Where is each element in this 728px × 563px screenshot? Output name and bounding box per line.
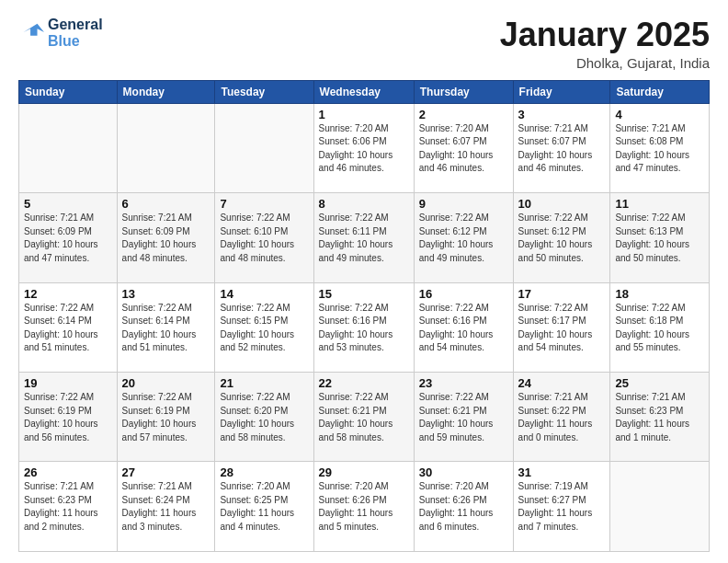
calendar-week-2: 12Sunrise: 7:22 AM Sunset: 6:14 PM Dayli… [19,282,710,372]
calendar-cell: 21Sunrise: 7:22 AM Sunset: 6:20 PM Dayli… [215,373,313,462]
calendar-week-0: 1Sunrise: 7:20 AM Sunset: 6:06 PM Daylig… [19,103,710,192]
calendar-table: Sunday Monday Tuesday Wednesday Thursday… [18,80,710,552]
day-info: Sunrise: 7:21 AM Sunset: 6:22 PM Dayligh… [518,391,606,444]
calendar-cell: 29Sunrise: 7:20 AM Sunset: 6:26 PM Dayli… [313,462,414,552]
day-number: 9 [419,197,508,211]
day-number: 18 [615,287,704,301]
header-monday: Monday [117,80,215,103]
calendar-cell: 15Sunrise: 7:22 AM Sunset: 6:16 PM Dayli… [313,282,414,372]
day-number: 27 [122,465,210,479]
logo-text: General Blue [48,17,103,50]
day-number: 28 [220,465,308,479]
day-info: Sunrise: 7:22 AM Sunset: 6:14 PM Dayligh… [122,302,210,355]
calendar-cell: 6Sunrise: 7:21 AM Sunset: 6:09 PM Daylig… [117,193,215,282]
calendar-cell: 30Sunrise: 7:20 AM Sunset: 6:26 PM Dayli… [414,462,513,552]
day-number: 25 [615,376,704,390]
calendar-cell: 12Sunrise: 7:22 AM Sunset: 6:14 PM Dayli… [19,282,118,372]
day-number: 3 [518,108,606,121]
day-number: 13 [122,287,210,301]
day-info: Sunrise: 7:22 AM Sunset: 6:14 PM Dayligh… [24,302,112,355]
day-info: Sunrise: 7:22 AM Sunset: 6:10 PM Dayligh… [220,212,308,265]
header-tuesday: Tuesday [215,80,313,103]
day-number: 26 [24,465,112,479]
day-info: Sunrise: 7:22 AM Sunset: 6:15 PM Dayligh… [220,302,308,355]
header-friday: Friday [513,80,610,103]
day-info: Sunrise: 7:22 AM Sunset: 6:16 PM Dayligh… [419,302,508,355]
day-info: Sunrise: 7:19 AM Sunset: 6:27 PM Dayligh… [518,480,606,534]
day-info: Sunrise: 7:22 AM Sunset: 6:16 PM Dayligh… [319,302,409,355]
day-info: Sunrise: 7:21 AM Sunset: 6:09 PM Dayligh… [122,212,210,265]
calendar-cell [19,103,118,192]
calendar-cell [610,462,710,552]
day-number: 15 [319,287,409,301]
calendar-cell: 10Sunrise: 7:22 AM Sunset: 6:12 PM Dayli… [513,193,610,282]
calendar-cell: 2Sunrise: 7:20 AM Sunset: 6:07 PM Daylig… [414,103,513,192]
day-number: 4 [615,108,704,121]
day-number: 5 [24,197,112,211]
day-info: Sunrise: 7:22 AM Sunset: 6:20 PM Dayligh… [220,391,308,444]
title-block: January 2025 Dholka, Gujarat, India [500,17,710,71]
day-number: 12 [24,287,112,301]
day-info: Sunrise: 7:20 AM Sunset: 6:06 PM Dayligh… [319,122,409,176]
calendar-cell: 9Sunrise: 7:22 AM Sunset: 6:12 PM Daylig… [414,193,513,282]
calendar-cell: 18Sunrise: 7:22 AM Sunset: 6:18 PM Dayli… [610,282,710,372]
header-sunday: Sunday [19,80,118,103]
day-info: Sunrise: 7:22 AM Sunset: 6:12 PM Dayligh… [518,212,606,265]
svg-marker-0 [24,24,44,36]
day-info: Sunrise: 7:20 AM Sunset: 6:07 PM Dayligh… [419,122,508,176]
header: General Blue January 2025 Dholka, Gujara… [18,17,710,71]
calendar-cell [215,103,313,192]
day-info: Sunrise: 7:22 AM Sunset: 6:21 PM Dayligh… [419,391,508,444]
day-info: Sunrise: 7:20 AM Sunset: 6:25 PM Dayligh… [220,480,308,534]
day-number: 31 [518,465,606,479]
day-number: 24 [518,376,606,390]
day-info: Sunrise: 7:22 AM Sunset: 6:17 PM Dayligh… [518,302,606,355]
day-number: 1 [319,108,409,121]
day-info: Sunrise: 7:21 AM Sunset: 6:08 PM Dayligh… [615,122,704,176]
day-info: Sunrise: 7:20 AM Sunset: 6:26 PM Dayligh… [319,480,409,534]
calendar-cell: 5Sunrise: 7:21 AM Sunset: 6:09 PM Daylig… [19,193,118,282]
calendar-cell: 7Sunrise: 7:22 AM Sunset: 6:10 PM Daylig… [215,193,313,282]
calendar-cell: 11Sunrise: 7:22 AM Sunset: 6:13 PM Dayli… [610,193,710,282]
header-wednesday: Wednesday [313,80,414,103]
day-number: 29 [319,465,409,479]
day-number: 6 [122,197,210,211]
day-number: 20 [122,376,210,390]
calendar-cell: 22Sunrise: 7:22 AM Sunset: 6:21 PM Dayli… [313,373,414,462]
calendar-cell [117,103,215,192]
calendar-week-4: 26Sunrise: 7:21 AM Sunset: 6:23 PM Dayli… [19,462,710,552]
day-info: Sunrise: 7:21 AM Sunset: 6:07 PM Dayligh… [518,122,606,176]
day-info: Sunrise: 7:21 AM Sunset: 6:09 PM Dayligh… [24,212,112,265]
calendar-cell: 31Sunrise: 7:19 AM Sunset: 6:27 PM Dayli… [513,462,610,552]
calendar-cell: 16Sunrise: 7:22 AM Sunset: 6:16 PM Dayli… [414,282,513,372]
calendar-subtitle: Dholka, Gujarat, India [500,55,710,71]
day-info: Sunrise: 7:22 AM Sunset: 6:21 PM Dayligh… [319,391,409,444]
day-info: Sunrise: 7:21 AM Sunset: 6:23 PM Dayligh… [615,391,704,444]
day-number: 23 [419,376,508,390]
calendar-week-1: 5Sunrise: 7:21 AM Sunset: 6:09 PM Daylig… [19,193,710,282]
logo: General Blue [18,17,103,50]
calendar-week-3: 19Sunrise: 7:22 AM Sunset: 6:19 PM Dayli… [19,373,710,462]
calendar-cell: 17Sunrise: 7:22 AM Sunset: 6:17 PM Dayli… [513,282,610,372]
calendar-cell: 23Sunrise: 7:22 AM Sunset: 6:21 PM Dayli… [414,373,513,462]
day-number: 16 [419,287,508,301]
day-info: Sunrise: 7:22 AM Sunset: 6:11 PM Dayligh… [319,212,409,265]
header-saturday: Saturday [610,80,710,103]
calendar-cell: 8Sunrise: 7:22 AM Sunset: 6:11 PM Daylig… [313,193,414,282]
page: General Blue January 2025 Dholka, Gujara… [0,0,728,563]
calendar-cell: 3Sunrise: 7:21 AM Sunset: 6:07 PM Daylig… [513,103,610,192]
day-info: Sunrise: 7:21 AM Sunset: 6:24 PM Dayligh… [122,480,210,534]
day-info: Sunrise: 7:22 AM Sunset: 6:13 PM Dayligh… [615,212,704,265]
calendar-cell: 26Sunrise: 7:21 AM Sunset: 6:23 PM Dayli… [19,462,118,552]
day-number: 10 [518,197,606,211]
day-info: Sunrise: 7:22 AM Sunset: 6:19 PM Dayligh… [24,391,112,444]
day-number: 22 [319,376,409,390]
day-number: 7 [220,197,308,211]
calendar-title: January 2025 [500,17,710,53]
calendar-cell: 25Sunrise: 7:21 AM Sunset: 6:23 PM Dayli… [610,373,710,462]
calendar-cell: 20Sunrise: 7:22 AM Sunset: 6:19 PM Dayli… [117,373,215,462]
day-number: 11 [615,197,704,211]
day-number: 2 [419,108,508,121]
day-info: Sunrise: 7:22 AM Sunset: 6:12 PM Dayligh… [419,212,508,265]
day-info: Sunrise: 7:22 AM Sunset: 6:18 PM Dayligh… [615,302,704,355]
